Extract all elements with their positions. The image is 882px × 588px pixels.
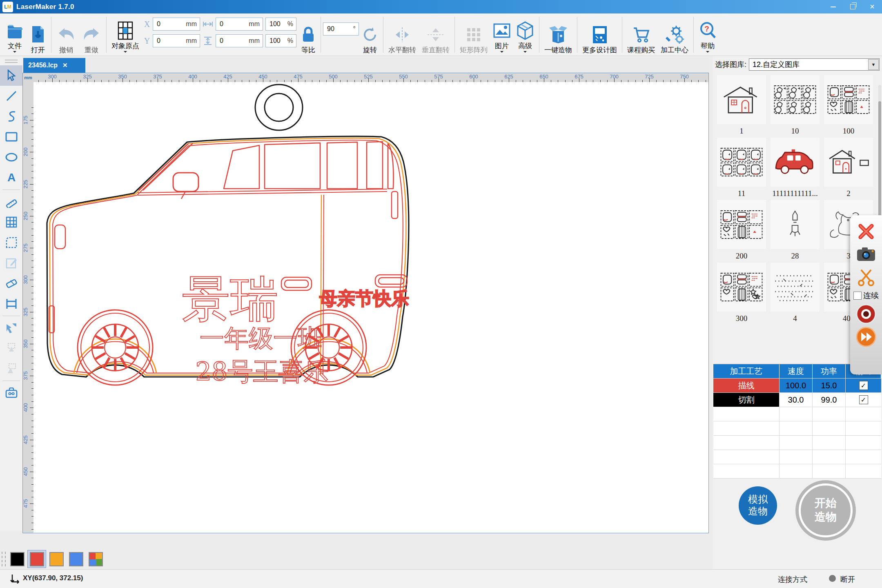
file-button[interactable]: 文件 — [2, 13, 27, 54]
advanced-button[interactable]: 高级 — [513, 13, 537, 54]
layer-name-cell[interactable]: 描线 — [713, 379, 780, 393]
continuous-option[interactable]: 连续 — [853, 289, 879, 303]
house2-thumbnail[interactable] — [824, 138, 873, 187]
value-cell[interactable]: ✓ — [846, 393, 881, 407]
subtract-down-tool[interactable] — [0, 359, 22, 379]
process-row[interactable]: 描线100.015.0✓ — [713, 379, 881, 393]
value-cell[interactable]: 99.0 — [813, 393, 846, 407]
gallery-item[interactable]: 1 — [716, 75, 767, 138]
value-cell[interactable]: ✓ — [846, 379, 881, 393]
empty-process-row[interactable] — [713, 464, 881, 479]
process-center-button[interactable]: 加工中心 — [658, 13, 691, 54]
dropdown-arrow-icon[interactable]: ▼ — [868, 59, 879, 70]
start-button[interactable]: 开始造物 — [795, 480, 856, 541]
undo-button[interactable]: 撤销 — [53, 13, 79, 54]
toolbox-tool[interactable] — [0, 383, 22, 403]
color-swatch[interactable] — [67, 550, 85, 568]
text-tool[interactable]: A — [0, 167, 22, 188]
image-button[interactable]: 图片 — [490, 13, 513, 54]
palette-grip[interactable] — [2, 552, 6, 566]
red-car-thumbnail[interactable] — [771, 138, 820, 187]
width-field[interactable]: mm — [216, 18, 263, 31]
restore-button[interactable] — [843, 0, 862, 13]
select-tool[interactable] — [0, 65, 22, 86]
empty-process-row[interactable] — [713, 450, 881, 464]
minimize-button[interactable] — [823, 0, 843, 13]
height-field[interactable]: mm — [216, 34, 263, 47]
rotate-button[interactable]: 旋转 — [359, 13, 381, 54]
gallery-item[interactable]: 200 — [716, 200, 767, 263]
empty-process-row[interactable] — [713, 421, 881, 436]
open-button[interactable]: 打开 — [27, 13, 49, 54]
puzzle-b-thumbnail[interactable] — [824, 75, 873, 124]
value-cell[interactable]: 15.0 — [813, 379, 846, 393]
x-position-field[interactable]: mm — [153, 18, 200, 31]
puzzle-c-thumbnail[interactable] — [717, 138, 766, 187]
puzzle-d-thumbnail[interactable] — [717, 263, 766, 312]
node-edit-tool[interactable] — [0, 253, 22, 273]
process-row[interactable]: 切割30.099.0✓ — [713, 393, 881, 407]
flip-horizontal-button[interactable]: 水平翻转 — [385, 13, 419, 54]
buy-course-button[interactable]: 课程购买 — [624, 13, 658, 54]
puzzle-b-thumbnail[interactable] — [717, 200, 766, 249]
puzzle-a-thumbnail[interactable] — [771, 75, 820, 124]
gallery-item[interactable]: 11 — [716, 138, 767, 200]
connection-label[interactable]: 连接方式 — [778, 575, 807, 584]
column-header[interactable]: 速度 — [780, 364, 813, 379]
gallery-item[interactable]: 4 — [769, 263, 821, 325]
measure-tool[interactable] — [0, 192, 22, 212]
column-header[interactable]: 功率 — [813, 364, 846, 379]
align-tool[interactable] — [0, 294, 22, 314]
empty-process-row[interactable] — [713, 436, 881, 450]
value-cell[interactable]: 100.0 — [780, 379, 813, 393]
proportional-lock-button[interactable]: 等比 — [298, 13, 318, 54]
multicolor-swatch[interactable] — [87, 550, 105, 568]
flip-vertical-button[interactable]: 垂直翻转 — [419, 13, 452, 54]
line-tool[interactable] — [0, 86, 22, 106]
gallery-item[interactable]: 28 — [769, 200, 821, 263]
layer-name-cell[interactable]: 切割 — [713, 393, 780, 407]
drawing-surface[interactable]: 景瑞 一年级一班 28号王喜乐 母亲节快乐 — [33, 82, 708, 533]
house-thumbnail[interactable] — [717, 75, 766, 124]
gallery-item[interactable]: 300 — [716, 263, 767, 325]
fast-forward-button[interactable] — [850, 325, 882, 348]
curve-tool[interactable] — [0, 106, 22, 127]
document-tab[interactable]: 23456.lcp ✕ — [23, 58, 85, 73]
simulate-button[interactable]: 模拟造物 — [739, 486, 777, 525]
object-origin-button[interactable]: 对象原点 — [109, 13, 142, 54]
help-button[interactable]: ? 帮助 — [696, 13, 719, 54]
more-designs-button[interactable]: 更多设计图 — [579, 13, 620, 54]
crop-region-tool[interactable] — [0, 232, 22, 253]
value-cell[interactable]: 30.0 — [780, 393, 813, 407]
cut-button[interactable] — [850, 266, 882, 289]
keychain-car-design[interactable]: 景瑞 一年级一班 28号王喜乐 母亲节快乐 — [33, 82, 708, 533]
continuous-checkbox[interactable] — [853, 292, 862, 300]
fill-tool[interactable] — [0, 318, 22, 338]
color-swatch[interactable] — [28, 550, 46, 568]
record-button[interactable] — [850, 303, 882, 325]
empty-process-row[interactable] — [713, 407, 881, 421]
panel-grip[interactable] — [5, 60, 18, 63]
color-swatch[interactable] — [47, 550, 65, 568]
gallery-item[interactable]: 11111111111... — [769, 138, 821, 200]
gallery-item[interactable]: 10 — [769, 75, 821, 138]
scatter-thumbnail[interactable] — [771, 263, 820, 312]
one-key-make-button[interactable]: 一键造物 — [541, 13, 575, 54]
weld-down-tool[interactable] — [0, 338, 22, 359]
redo-button[interactable]: 重做 — [79, 13, 104, 54]
output-checkbox[interactable]: ✓ — [859, 381, 868, 390]
color-swatch[interactable] — [8, 550, 26, 568]
library-select[interactable]: 12.自定义图库 ▼ — [749, 58, 880, 71]
rotate-angle-field[interactable]: ° — [323, 22, 359, 36]
camera-button[interactable] — [850, 243, 882, 266]
gallery-item[interactable]: 2 — [823, 138, 874, 200]
delete-button[interactable] — [850, 220, 882, 243]
ellipse-tool[interactable] — [0, 147, 22, 167]
tab-close-icon[interactable]: ✕ — [62, 62, 68, 69]
gallery-item[interactable]: 100 — [823, 75, 874, 138]
column-header[interactable]: 加工工艺 — [713, 364, 780, 379]
rect-array-button[interactable]: 矩形阵列 — [457, 13, 490, 54]
height-percent-field[interactable]: % — [265, 34, 296, 47]
width-percent-field[interactable]: % — [265, 18, 296, 31]
rectangle-tool[interactable] — [0, 127, 22, 147]
